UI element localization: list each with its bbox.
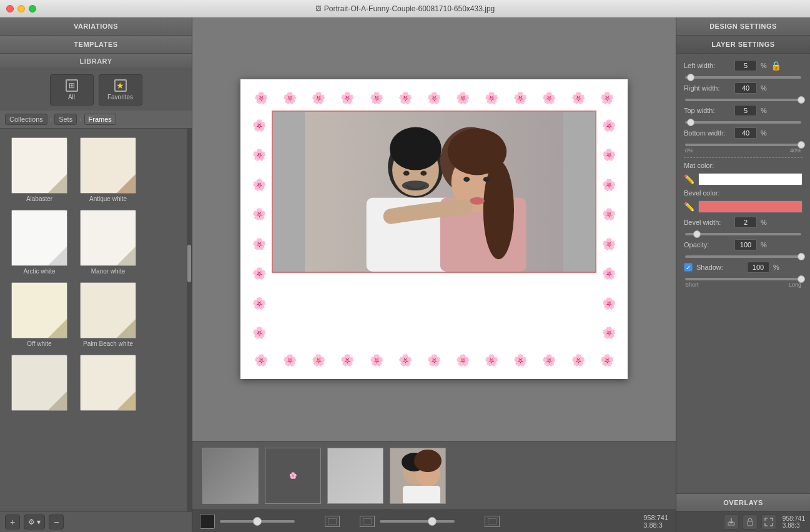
window-title: 🖼 Portrait-Of-A-Funny-Couple-60081710-65… [315,4,495,13]
heart-decoration: 🌸 [485,92,498,104]
variations-tab[interactable]: VARIATIONS [0,17,192,36]
breadcrumb-collections[interactable]: Collections [5,114,47,125]
list-item[interactable]: Alabaster [5,134,74,206]
bottom-width-row: Bottom width: % [684,127,803,139]
pencil-icon[interactable]: ✏️ [684,174,694,184]
bottom-width-input[interactable] [734,127,757,139]
bevel-width-slider[interactable] [685,233,801,235]
templates-tab[interactable]: TEMPLATES [0,36,192,54]
heart-decoration: 🌸 [312,92,325,104]
thumbnail-label: Off white [27,340,51,347]
heart-decoration: 🌸 [427,355,441,366]
scrollbar-thumb[interactable] [187,245,191,282]
right-width-label: Right width: [684,84,731,92]
scrollbar[interactable] [187,129,192,511]
remove-button[interactable]: − [49,515,64,530]
heart-decoration: 🌸 [602,149,616,160]
heart-decoration: 🌸 [312,355,325,366]
layer-settings-header: LAYER SETTINGS [676,36,810,54]
heart-decoration: 🌸 [600,92,614,104]
heart-decoration: 🌸 [252,209,266,220]
bevel-width-input[interactable] [734,217,757,228]
favorites-button[interactable]: ★ Favorites [99,74,142,106]
heart-decoration: 🌸 [340,92,354,104]
top-width-input[interactable] [734,105,757,116]
thumbnail-label: Manor white [91,268,125,275]
library-area: ⊞ All ★ Favorites Collections › Sets › F… [0,69,192,532]
library-label: LIBRARY [0,54,192,69]
view-button-2[interactable] [360,516,375,527]
filmstrip-item-4[interactable] [390,448,446,504]
star-icon: ★ [114,79,127,92]
right-width-input[interactable] [734,82,757,94]
thumbnail-label: - [38,413,40,420]
heart-decoration: 🌸 [252,179,266,190]
heart-decoration: 🌸 [252,149,266,160]
heart-decoration: 🌸 [602,239,616,250]
view-button-3[interactable] [485,516,500,527]
list-item[interactable]: - [74,351,142,423]
filmstrip-item-2[interactable]: 🌸 [265,448,321,504]
overlays-section[interactable]: OVERLAYS [676,493,810,511]
mat-color-picker-row: ✏️ [684,173,803,185]
zoom-slider-1[interactable] [220,520,295,523]
filmstrip-item-3[interactable] [327,448,383,504]
heart-decoration: 🌸 [252,239,266,250]
shadow-slider[interactable] [685,278,801,280]
transform-button[interactable] [761,515,776,530]
left-width-slider[interactable] [685,76,801,79]
svg-point-16 [483,177,490,182]
minimize-button[interactable] [17,5,25,12]
breadcrumb-frames[interactable]: Frames [84,114,116,125]
color-swatch[interactable] [200,514,215,529]
svg-rect-23 [328,518,337,525]
opacity-slider-row [684,255,803,258]
left-width-slider-row [684,76,803,79]
close-button[interactable] [6,5,14,12]
shadow-input[interactable] [747,262,769,273]
list-item[interactable]: Arctic white [5,206,74,278]
svg-rect-24 [363,518,372,525]
bevel-width-label: Bevel width: [684,219,731,226]
lock-button[interactable] [743,515,758,530]
lock-icon[interactable]: 🔒 [771,61,781,71]
right-width-row: Right width: % [684,82,803,94]
shadow-checkbox[interactable]: ✓ [684,263,693,272]
all-button[interactable]: ⊞ All [50,74,94,106]
list-item[interactable]: Off white [5,278,74,351]
breadcrumb-sets[interactable]: Sets [54,114,77,125]
heart-decoration: 🌸 [398,92,412,104]
heart-decoration: 🌸 [398,355,412,366]
right-width-slider[interactable] [685,99,801,101]
bevel-pencil-icon[interactable]: ✏️ [684,202,694,212]
heart-decoration: 🌸 [283,355,297,366]
bevel-width-row: Bevel width: % [684,217,803,228]
filmstrip-item-1[interactable] [202,448,259,504]
list-item[interactable]: - [5,351,74,423]
add-button[interactable]: + [5,515,20,530]
heart-decoration: 🌸 [542,92,556,104]
bevel-color-preview[interactable] [698,200,803,213]
list-item[interactable]: Manor white [74,206,142,278]
zoom-slider-2[interactable] [380,520,455,523]
center-area: 🌸 🌸 🌸 🌸 🌸 🌸 🌸 🌸 🌸 🌸 🌸 🌸 🌸 [192,17,676,532]
maximize-button[interactable] [29,5,36,12]
heart-decoration: 🌸 [254,355,268,366]
svg-point-11 [483,161,514,260]
export-button[interactable] [724,515,739,530]
bottom-width-slider[interactable] [685,144,801,146]
mat-color-preview[interactable] [698,173,803,185]
top-width-unit: % [761,107,767,114]
svg-rect-22 [403,486,440,504]
traffic-lights[interactable] [6,5,36,12]
view-button-1[interactable] [325,516,340,527]
top-width-slider[interactable] [685,121,801,124]
list-item[interactable]: Antique white [74,134,142,206]
gear-button[interactable]: ⚙ ▾ [24,515,45,530]
left-width-input[interactable] [734,60,757,71]
svg-point-13 [403,171,410,176]
list-item[interactable]: Palm Beach white [74,278,142,351]
opacity-input[interactable] [734,239,757,250]
heart-decoration: 🌸 [485,355,498,366]
opacity-slider[interactable] [685,255,801,258]
